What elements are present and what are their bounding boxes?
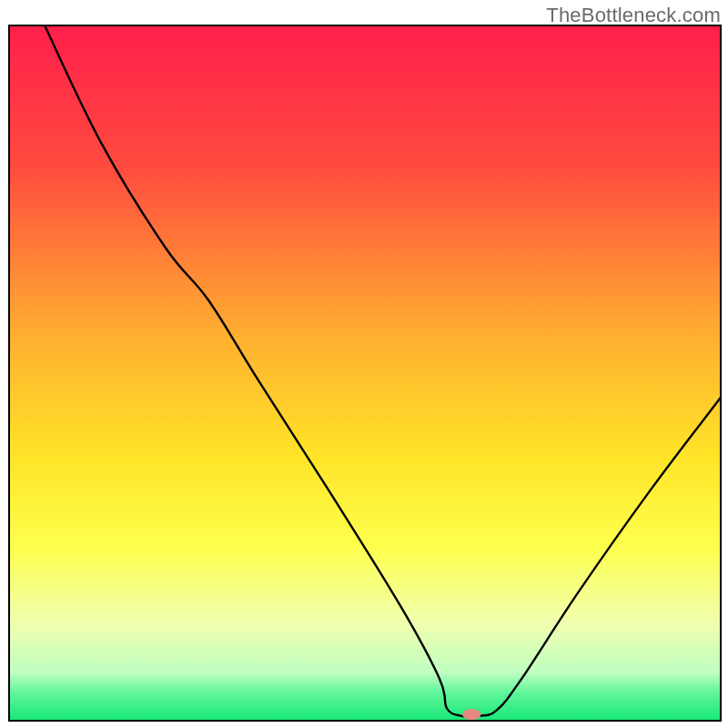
gradient-background xyxy=(9,25,721,721)
bottleneck-chart xyxy=(0,0,728,728)
watermark-text: TheBottleneck.com xyxy=(546,4,721,27)
optimum-marker xyxy=(462,709,480,720)
chart-container: TheBottleneck.com xyxy=(0,0,728,728)
